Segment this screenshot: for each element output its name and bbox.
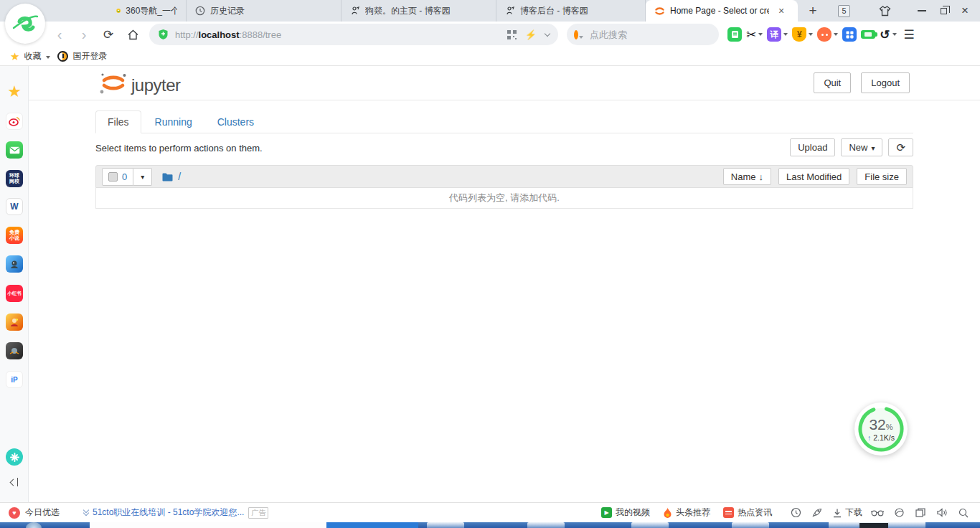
tab-files[interactable]: Files [95,110,141,133]
select-all-button[interactable]: 0 [102,168,133,186]
refresh-list-button[interactable]: ⟳ [888,138,913,156]
favorites-label[interactable]: 收藏 [24,50,41,62]
download-icon [832,508,842,518]
favorites-star-icon[interactable]: ★ [10,50,19,63]
new-tab-button[interactable]: + [804,1,822,20]
theme-shirt-icon[interactable] [879,6,891,16]
url-path: :8888/tree [240,29,282,40]
browser-tab-360nav[interactable]: 360导航_一个主页，整个世界 [60,0,187,22]
dock-mail-icon[interactable] [6,141,23,159]
chevron-down-icon[interactable] [545,34,550,36]
tab-count-badge[interactable]: 5 [838,5,850,17]
address-bar[interactable]: http://localhost:8888/tree ⚡ [149,24,558,45]
sort-size-button[interactable]: File size [857,168,907,185]
tab-strip: 360导航_一个主页，整个世界 历史记录 狗燚。的主页 - 博客园 博客后台 -… [60,0,798,22]
home-button[interactable] [125,27,141,42]
jupyter-logo[interactable]: jupyter [97,71,181,95]
ext-wechat-icon[interactable] [727,27,742,42]
tab-running[interactable]: Running [143,111,204,133]
back-button[interactable]: ‹ [52,27,67,42]
jupyter-header: jupyter Quit Logout [29,66,980,100]
start-orb-icon[interactable] [26,522,42,528]
minimize-button[interactable] [911,0,933,22]
reload-button[interactable]: ⟳ [100,27,116,42]
download-item[interactable]: 下载 [832,506,862,519]
windows-taskbar[interactable] [0,522,980,528]
dock-word-doc-icon[interactable]: W [6,198,23,215]
reading-glasses-icon[interactable] [867,503,888,523]
xiaohongshu-text: 小红书 [7,291,22,296]
close-window-button[interactable]: × [954,0,976,22]
expand-double-chevron-icon[interactable] [84,510,88,515]
sort-modified-button[interactable]: Last Modified [778,168,849,185]
ext-screenshot-scissors-icon[interactable]: ✂ [746,27,763,42]
today-pick-label[interactable]: 今日优选 [25,506,60,519]
select-dropdown-button[interactable]: ▾ [133,168,152,186]
ext-translate-icon[interactable]: 译 [767,27,788,42]
ext-battery-icon[interactable] [861,30,875,39]
bookmark-label: 国开登录 [72,50,107,62]
taskbar-pinned-app[interactable] [732,522,769,528]
taskbar-pinned-app[interactable] [527,522,565,528]
taskbar-pinned-app[interactable] [631,522,669,528]
sort-name-button[interactable]: Name ↓ [723,168,771,185]
browser-tab-history[interactable]: 历史记录 [187,0,341,22]
swirl-icon[interactable] [888,503,910,523]
find-in-page-icon[interactable] [953,503,974,523]
restore-button[interactable] [933,0,954,22]
favorites-caret-icon[interactable] [46,56,50,59]
bookmark-gk-login[interactable]: 国开登录 [57,50,107,62]
upload-button[interactable]: Upload [790,138,835,156]
search-input[interactable] [588,29,717,41]
sort-buttons: Name ↓ Last Modified File size [723,168,907,185]
qr-grid-icon[interactable] [507,30,517,39]
toutiao-item[interactable]: 头条推荐 [663,506,710,519]
ext-money-shield-icon[interactable]: ¥ [792,27,813,42]
dock-free-novel-icon[interactable]: 免费小说 [6,227,23,244]
dock-game-caishen-icon[interactable] [6,314,23,331]
ext-restore-undo-icon[interactable]: ↺ [880,27,896,42]
dock-health-icon[interactable] [6,448,23,466]
window-controls: 5 × [838,0,980,22]
taskbar-search-field[interactable] [90,522,326,528]
browser-logo[interactable] [5,4,45,44]
dock-game-battle-icon[interactable] [6,342,23,359]
folder-icon[interactable] [162,172,173,182]
browser-tab-jupyter-active[interactable]: Home Page - Select or cre × [646,0,798,22]
dock-game-pirate-icon[interactable] [6,255,23,273]
statusbar-ad-link[interactable]: 51cto职业在线培训 - 51cto学院欢迎您... [93,506,244,519]
today-pick-heart-icon[interactable]: ♥ [9,507,20,519]
network-speed-widget[interactable]: 32% ↑ 2.1K/s [854,402,908,456]
ext-apps-grid-icon[interactable] [842,27,857,42]
accelerate-bolt-icon[interactable]: ⚡ [525,29,537,40]
tab-clusters[interactable]: Clusters [206,111,265,133]
volume-icon[interactable] [931,503,953,523]
logout-button[interactable]: Logout [861,72,910,93]
ext-games-icon[interactable] [817,27,838,42]
dock-xiaohongshu-icon[interactable]: 小红书 [6,285,23,302]
dock-ip-app-icon[interactable]: iP [6,371,23,388]
tab-close-icon[interactable]: × [778,6,784,16]
history-restore-icon[interactable] [785,503,806,523]
breadcrumb-root-link[interactable]: / [178,171,181,182]
browser-tab-cnblogs-admin[interactable]: 博客后台 - 博客园 [496,0,646,22]
new-dropdown-button[interactable]: New ▾ [841,138,882,156]
menu-hamburger-icon[interactable]: ☰ [904,27,915,42]
search-engine-caret-icon[interactable] [579,36,583,39]
rocket-boost-icon[interactable] [806,503,828,523]
dock-collapse-arrow-icon[interactable] [6,473,23,491]
jupyter-tab-bar: Files Running Clusters [95,113,913,133]
dock-favorites-star-icon[interactable]: ★ [6,83,23,100]
my-videos-item[interactable]: ▶ 我的视频 [601,506,650,519]
taskbar-pinned-app[interactable] [427,522,464,528]
hot-news-item[interactable]: 热点资讯 [723,506,772,519]
search-box[interactable] [567,24,719,45]
forward-button[interactable]: › [76,27,92,42]
360-search-logo-icon[interactable] [574,30,578,39]
select-all-checkbox[interactable] [108,172,118,182]
browser-tab-cnblogs-home[interactable]: 狗燚。的主页 - 博客园 [341,0,496,22]
quit-button[interactable]: Quit [814,72,851,93]
dock-huanqiu-wangxiao-icon[interactable]: 环球网校 [6,170,23,187]
dock-weibo-icon[interactable] [6,113,23,130]
multi-window-icon[interactable] [910,503,931,523]
